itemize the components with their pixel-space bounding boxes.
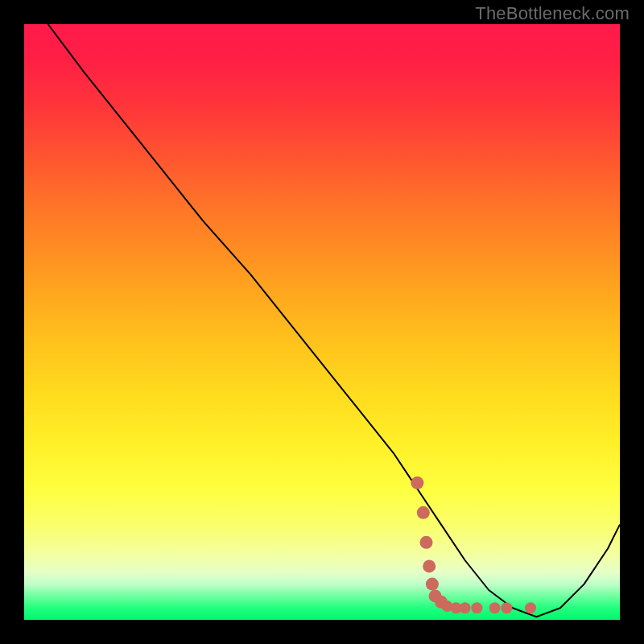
plot-area — [24, 24, 620, 620]
marker-dot — [489, 602, 501, 613]
optimal-zone-markers — [411, 477, 536, 613]
watermark-text: TheBottleneck.com — [475, 3, 630, 24]
marker-dot — [525, 602, 536, 613]
marker-dot — [426, 578, 439, 591]
bottleneck-curve-line — [48, 24, 620, 617]
marker-dot — [460, 602, 471, 613]
marker-dot — [420, 536, 433, 549]
chart-svg — [24, 24, 620, 620]
marker-dot — [471, 602, 482, 613]
marker-dot — [501, 602, 512, 613]
marker-dot — [423, 559, 436, 572]
marker-dot — [417, 506, 430, 519]
marker-dot — [411, 477, 423, 489]
